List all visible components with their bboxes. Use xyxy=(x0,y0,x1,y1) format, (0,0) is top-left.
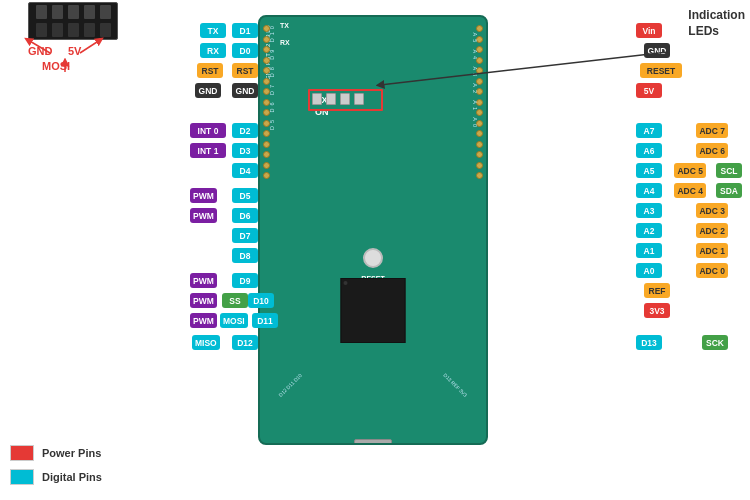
arduino-board: TX RX GND RST D2 D3 D4 RX ON RESET xyxy=(258,15,488,445)
pin-adc0: ADC 0 xyxy=(696,263,728,278)
pin-gnd-left: GND xyxy=(195,83,221,98)
pin-d0: D0 xyxy=(232,43,258,58)
pin-int1: INT 1 xyxy=(190,143,226,158)
pin-vin: Vin xyxy=(636,23,662,38)
pin-d6: D6 xyxy=(232,208,258,223)
main-container: GND 5V MOSI TX RX GND RST D2 D3 D4 RX ON… xyxy=(0,0,750,500)
mosi-top-label: MOSI xyxy=(42,60,70,72)
pin-reset: RESET xyxy=(640,63,682,78)
pin-adc2: ADC 2 xyxy=(696,223,728,238)
pin-d3: D3 xyxy=(232,143,258,158)
usb-connector xyxy=(354,439,392,445)
pin-d7: D7 xyxy=(232,228,258,243)
pin-rst2: RST xyxy=(232,63,258,78)
pin-d11: D11 xyxy=(252,313,278,328)
reset-button[interactable] xyxy=(363,248,383,268)
pin-d10: D10 xyxy=(248,293,274,308)
pin-pwm-d6: PWM xyxy=(190,208,217,223)
pin-tx: TX xyxy=(200,23,226,38)
pin-scl: SCL xyxy=(716,163,742,178)
pin-adc5: ADC 5 xyxy=(674,163,706,178)
pin-a6: A6 xyxy=(636,143,662,158)
pin-d4-left: D4 xyxy=(232,163,258,178)
pin-rst: RST xyxy=(197,63,223,78)
pin-d8: D8 xyxy=(232,248,258,263)
legend-power: Power Pins xyxy=(10,445,102,461)
pin-gnd-right: GND xyxy=(644,43,670,58)
digital-label: Digital Pins xyxy=(42,471,102,483)
gnd-top-label: GND xyxy=(28,45,52,57)
pin-adc6: ADC 6 xyxy=(696,143,728,158)
legend: Power Pins Digital Pins xyxy=(10,445,102,485)
pin-gnd-left2: GND xyxy=(232,83,258,98)
pin-mosi-lbl: MOSI xyxy=(220,313,248,328)
pin-pwm-d5: PWM xyxy=(190,188,217,203)
pin-a5: A5 xyxy=(636,163,662,178)
digital-color-box xyxy=(10,469,34,485)
pin-d1: D1 xyxy=(232,23,258,38)
pin-sck: SCK xyxy=(702,335,728,350)
ic-chip xyxy=(341,278,406,343)
pin-rx: RX xyxy=(200,43,226,58)
power-color-box xyxy=(10,445,34,461)
pin-adc7: ADC 7 xyxy=(696,123,728,138)
svg-line-1 xyxy=(80,40,100,53)
pin-a0: A0 xyxy=(636,263,662,278)
pin-d12: D12 xyxy=(232,335,258,350)
top-connector xyxy=(28,2,118,40)
pin-miso: MISO xyxy=(192,335,220,350)
pin-d9: D9 xyxy=(232,273,258,288)
pin-ref: REF xyxy=(644,283,670,298)
pin-adc4: ADC 4 xyxy=(674,183,706,198)
pin-adc3: ADC 3 xyxy=(696,203,728,218)
pin-a7: A7 xyxy=(636,123,662,138)
pin-pwm-d9: PWM xyxy=(190,273,217,288)
pin-int0: INT 0 xyxy=(190,123,226,138)
fivev-top-label: 5V xyxy=(68,45,81,57)
pin-d2: D2 xyxy=(232,123,258,138)
pin-a4: A4 xyxy=(636,183,662,198)
pin-5v: 5V xyxy=(636,83,662,98)
pin-pwm-d11: PWM xyxy=(190,313,217,328)
pin-pwm-d10: PWM xyxy=(190,293,217,308)
pin-3v3: 3V3 xyxy=(644,303,670,318)
pin-a1: A1 xyxy=(636,243,662,258)
pin-sda: SDA xyxy=(716,183,742,198)
pin-adc1: ADC 1 xyxy=(696,243,728,258)
pin-a3: A3 xyxy=(636,203,662,218)
pin-ss: SS xyxy=(222,293,248,308)
pin-d13: D13 xyxy=(636,335,662,350)
indication-leds-label: Indication LEDs xyxy=(688,8,745,39)
legend-digital: Digital Pins xyxy=(10,469,102,485)
power-label: Power Pins xyxy=(42,447,101,459)
pin-d5: D5 xyxy=(232,188,258,203)
pin-a2: A2 xyxy=(636,223,662,238)
